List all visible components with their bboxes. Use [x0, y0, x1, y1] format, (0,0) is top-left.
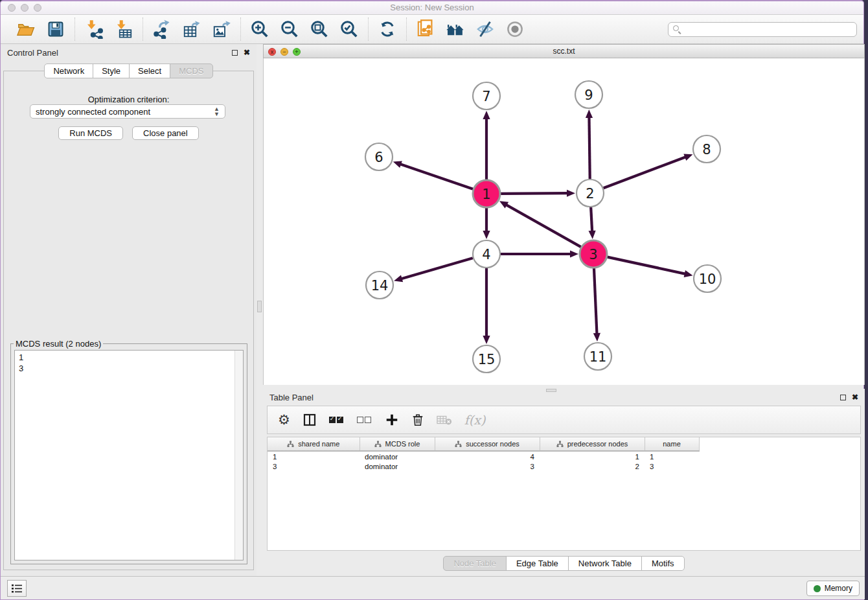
table-toolbar: ⚙	[267, 406, 861, 434]
export-network-icon[interactable]	[152, 19, 172, 40]
table-cell[interactable]: 3	[268, 461, 360, 472]
split-panel-icon[interactable]	[303, 411, 317, 429]
hide-selected-icon[interactable]	[475, 19, 496, 40]
control-tab-style[interactable]: Style	[93, 63, 130, 78]
float-table-panel-icon[interactable]	[840, 395, 846, 400]
column-header-shared-name[interactable]: shared name	[268, 437, 360, 451]
close-panel-icon[interactable]: ✖	[244, 49, 250, 56]
memory-button[interactable]: Memory	[806, 581, 860, 596]
table-cell[interactable]: 2	[540, 461, 645, 472]
control-panel-tabs: NetworkStyleSelectMCDS	[1, 63, 257, 78]
add-column-icon[interactable]	[385, 411, 399, 429]
node-label-14: 14	[371, 278, 389, 294]
zoom-selected-icon[interactable]	[339, 19, 360, 40]
horizontal-splitter-grip[interactable]	[546, 389, 556, 392]
splitter-grip[interactable]	[257, 301, 262, 312]
control-panel: Control Panel ✖ NetworkStyleSelectMCDS O…	[1, 44, 257, 578]
network-maximize-button[interactable]: +	[293, 48, 301, 56]
edge-arrowhead	[683, 154, 692, 160]
table-cell[interactable]: dominator	[360, 461, 435, 472]
edge-3-1[interactable]	[506, 205, 581, 248]
column-header-successor-nodes[interactable]: successor nodes	[435, 437, 540, 451]
network-canvas[interactable]: 7968124314101511	[263, 58, 865, 385]
task-history-button[interactable]	[7, 580, 27, 597]
node-label-9: 9	[584, 87, 593, 103]
attribute-type-icon	[455, 441, 462, 448]
table-row[interactable]: 1dominator411	[268, 451, 699, 461]
deselect-all-columns-icon[interactable]	[357, 411, 372, 429]
edge-2-8[interactable]	[604, 157, 687, 188]
minimize-window-button[interactable]	[21, 4, 29, 12]
list-icon	[11, 583, 23, 594]
column-header-MCDS-role[interactable]: MCDS role	[360, 437, 435, 451]
table-tab-edge-table[interactable]: Edge Table	[506, 556, 569, 571]
float-panel-icon[interactable]	[232, 50, 238, 56]
control-tab-select[interactable]: Select	[129, 63, 170, 78]
refresh-layout-icon[interactable]	[377, 19, 398, 40]
run-mcds-button[interactable]: Run MCDS	[58, 126, 123, 140]
result-scrollbar[interactable]	[234, 351, 243, 560]
table-cell[interactable]: 1	[268, 451, 360, 461]
edge-2-9[interactable]	[589, 117, 589, 179]
save-session-icon[interactable]	[45, 19, 66, 40]
table-cell[interactable]: 1	[645, 451, 699, 461]
table-cell[interactable]: 1	[540, 451, 645, 461]
network-close-button[interactable]: x	[268, 48, 276, 56]
edge-2-3[interactable]	[591, 207, 592, 232]
table-panel-tabs: Node TableEdge TableNetwork TableMotifs	[263, 556, 865, 571]
edge-3-10[interactable]	[608, 257, 686, 274]
edge-1-6[interactable]	[400, 164, 473, 189]
table-cell[interactable]: dominator	[360, 451, 435, 461]
import-table-icon[interactable]	[113, 19, 134, 40]
network-window-titlebar[interactable]: x − + scc.txt	[263, 44, 865, 58]
floppy-disk-icon	[47, 20, 65, 38]
open-session-icon[interactable]	[16, 19, 36, 40]
export-table-icon[interactable]	[181, 19, 202, 40]
edge-3-11[interactable]	[594, 268, 597, 334]
vertical-splitter[interactable]	[257, 44, 263, 578]
table-row[interactable]: 3dominator323	[268, 461, 699, 472]
maximize-window-button[interactable]	[34, 4, 41, 12]
edge-1-2[interactable]	[501, 193, 568, 194]
delete-column-icon[interactable]	[411, 411, 424, 429]
close-window-button[interactable]	[8, 4, 16, 12]
select-all-columns-icon[interactable]	[329, 411, 345, 429]
edge-arrowhead	[483, 111, 490, 119]
close-table-panel-icon[interactable]: ✖	[852, 394, 858, 400]
edge-4-14[interactable]	[401, 258, 473, 279]
table-tab-motifs[interactable]: Motifs	[641, 556, 685, 571]
column-settings-gear-icon[interactable]: ⚙	[278, 411, 290, 429]
zoom-fit-icon[interactable]	[309, 19, 330, 40]
node-table[interactable]: shared nameMCDS rolesuccessor nodesprede…	[267, 437, 861, 551]
table-cell[interactable]: 4	[435, 451, 540, 461]
show-all-icon[interactable]	[505, 19, 525, 40]
close-panel-button[interactable]: Close panel	[132, 126, 199, 140]
mcds-result-list[interactable]: 13	[14, 350, 244, 560]
import-network-icon[interactable]	[84, 19, 104, 40]
column-header-predecessor-nodes[interactable]: predecessor nodes	[540, 437, 645, 451]
table-cell[interactable]: 3	[645, 461, 699, 472]
table-cell[interactable]: 3	[435, 461, 540, 472]
mcds-result-item[interactable]: 3	[19, 363, 239, 374]
node-label-6: 6	[374, 150, 383, 165]
zoom-out-icon[interactable]	[279, 19, 300, 40]
network-view-window: x − + scc.txt 7968124314101511	[263, 44, 865, 385]
column-header-name[interactable]: name	[645, 437, 699, 451]
network-from-file-icon[interactable]	[415, 19, 436, 40]
mcds-result-item[interactable]: 1	[19, 352, 239, 363]
network-minimize-button[interactable]: −	[280, 48, 288, 56]
export-image-icon[interactable]	[211, 19, 232, 40]
main-toolbar	[1, 15, 863, 44]
mcds-result-group: MCDS result (2 nodes) 13	[10, 343, 247, 564]
mcds-tab-content: Optimization criterion: strongly connect…	[3, 71, 254, 570]
network-graph[interactable]: 7968124314101511	[264, 58, 864, 384]
home-view-icon[interactable]	[445, 19, 466, 40]
criterion-select[interactable]: strongly connected component ▲▼	[30, 104, 225, 119]
table-tab-node-table[interactable]: Node Table	[443, 556, 507, 571]
control-tab-network[interactable]: Network	[44, 63, 93, 78]
table-tab-network-table[interactable]: Network Table	[568, 556, 642, 571]
control-tab-mcds[interactable]: MCDS	[170, 63, 212, 78]
optimization-criterion-label: Optimization criterion:	[4, 95, 253, 104]
search-input[interactable]	[668, 22, 857, 37]
zoom-in-icon[interactable]	[249, 19, 270, 40]
